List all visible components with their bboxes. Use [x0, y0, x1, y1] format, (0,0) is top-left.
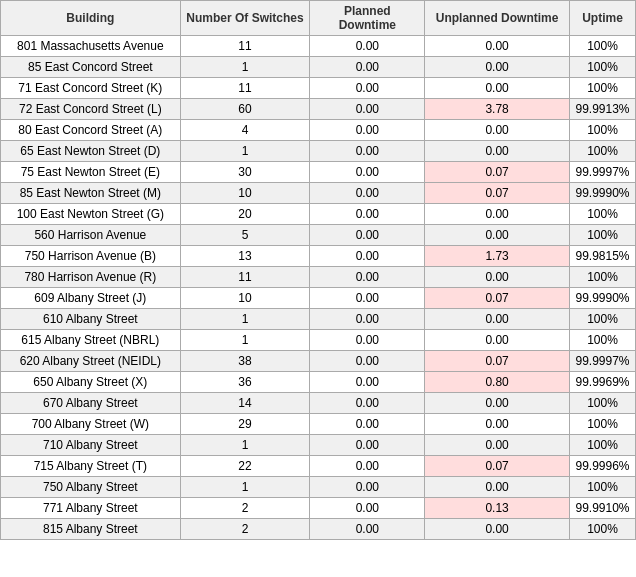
cell-switches: 1 — [180, 309, 310, 330]
cell-building: 85 East Newton Street (M) — [1, 183, 181, 204]
cell-building: 700 Albany Street (W) — [1, 414, 181, 435]
cell-uptime: 99.9913% — [569, 99, 635, 120]
table-row: 75 East Newton Street (E)300.000.0799.99… — [1, 162, 636, 183]
header-unplanned: Unplanned Downtime — [425, 1, 570, 36]
table-row: 815 Albany Street20.000.00100% — [1, 519, 636, 540]
cell-unplanned: 0.00 — [425, 309, 570, 330]
table-row: 100 East Newton Street (G)200.000.00100% — [1, 204, 636, 225]
cell-planned: 0.00 — [310, 456, 425, 477]
cell-switches: 1 — [180, 330, 310, 351]
cell-unplanned: 0.00 — [425, 477, 570, 498]
cell-uptime: 99.9815% — [569, 246, 635, 267]
cell-switches: 11 — [180, 78, 310, 99]
cell-unplanned: 0.00 — [425, 36, 570, 57]
cell-planned: 0.00 — [310, 330, 425, 351]
cell-building: 609 Albany Street (J) — [1, 288, 181, 309]
cell-building: 750 Harrison Avenue (B) — [1, 246, 181, 267]
cell-uptime: 100% — [569, 225, 635, 246]
cell-unplanned: 0.00 — [425, 141, 570, 162]
cell-switches: 10 — [180, 183, 310, 204]
cell-switches: 4 — [180, 120, 310, 141]
cell-building: 80 East Concord Street (A) — [1, 120, 181, 141]
cell-building: 670 Albany Street — [1, 393, 181, 414]
cell-uptime: 100% — [569, 204, 635, 225]
table-row: 710 Albany Street10.000.00100% — [1, 435, 636, 456]
cell-planned: 0.00 — [310, 246, 425, 267]
cell-building: 75 East Newton Street (E) — [1, 162, 181, 183]
cell-building: 71 East Concord Street (K) — [1, 78, 181, 99]
cell-unplanned: 0.07 — [425, 456, 570, 477]
table-row: 72 East Concord Street (L)600.003.7899.9… — [1, 99, 636, 120]
table-row: 780 Harrison Avenue (R)110.000.00100% — [1, 267, 636, 288]
cell-building: 85 East Concord Street — [1, 57, 181, 78]
table-row: 700 Albany Street (W)290.000.00100% — [1, 414, 636, 435]
cell-switches: 36 — [180, 372, 310, 393]
cell-unplanned: 0.00 — [425, 225, 570, 246]
cell-uptime: 100% — [569, 120, 635, 141]
cell-switches: 11 — [180, 36, 310, 57]
table-row: 620 Albany Street (NEIDL)380.000.0799.99… — [1, 351, 636, 372]
cell-building: 615 Albany Street (NBRL) — [1, 330, 181, 351]
cell-uptime: 100% — [569, 435, 635, 456]
cell-building: 620 Albany Street (NEIDL) — [1, 351, 181, 372]
cell-uptime: 100% — [569, 330, 635, 351]
cell-planned: 0.00 — [310, 78, 425, 99]
cell-planned: 0.00 — [310, 57, 425, 78]
cell-planned: 0.00 — [310, 393, 425, 414]
cell-uptime: 99.9997% — [569, 351, 635, 372]
cell-switches: 29 — [180, 414, 310, 435]
cell-unplanned: 0.00 — [425, 267, 570, 288]
cell-uptime: 100% — [569, 141, 635, 162]
cell-switches: 11 — [180, 267, 310, 288]
cell-building: 72 East Concord Street (L) — [1, 99, 181, 120]
table-row: 670 Albany Street140.000.00100% — [1, 393, 636, 414]
cell-switches: 1 — [180, 57, 310, 78]
cell-planned: 0.00 — [310, 351, 425, 372]
cell-planned: 0.00 — [310, 120, 425, 141]
cell-planned: 0.00 — [310, 414, 425, 435]
cell-unplanned: 0.00 — [425, 204, 570, 225]
cell-unplanned: 1.73 — [425, 246, 570, 267]
cell-uptime: 100% — [569, 414, 635, 435]
cell-building: 771 Albany Street — [1, 498, 181, 519]
cell-uptime: 100% — [569, 78, 635, 99]
cell-building: 780 Harrison Avenue (R) — [1, 267, 181, 288]
table-row: 750 Harrison Avenue (B)130.001.7399.9815… — [1, 246, 636, 267]
cell-building: 650 Albany Street (X) — [1, 372, 181, 393]
cell-building: 750 Albany Street — [1, 477, 181, 498]
cell-planned: 0.00 — [310, 477, 425, 498]
cell-switches: 10 — [180, 288, 310, 309]
cell-unplanned: 0.00 — [425, 414, 570, 435]
cell-planned: 0.00 — [310, 225, 425, 246]
header-uptime: Uptime — [569, 1, 635, 36]
cell-uptime: 100% — [569, 393, 635, 414]
cell-planned: 0.00 — [310, 183, 425, 204]
cell-planned: 0.00 — [310, 498, 425, 519]
cell-switches: 1 — [180, 477, 310, 498]
cell-unplanned: 0.13 — [425, 498, 570, 519]
table-row: 560 Harrison Avenue50.000.00100% — [1, 225, 636, 246]
cell-uptime: 100% — [569, 57, 635, 78]
cell-unplanned: 0.00 — [425, 120, 570, 141]
cell-uptime: 99.9990% — [569, 288, 635, 309]
table-row: 85 East Newton Street (M)100.000.0799.99… — [1, 183, 636, 204]
cell-unplanned: 0.80 — [425, 372, 570, 393]
uptime-table: Building Number Of Switches Planned Down… — [0, 0, 636, 540]
cell-planned: 0.00 — [310, 162, 425, 183]
cell-uptime: 100% — [569, 519, 635, 540]
table-row: 615 Albany Street (NBRL)10.000.00100% — [1, 330, 636, 351]
table-row: 609 Albany Street (J)100.000.0799.9990% — [1, 288, 636, 309]
cell-building: 610 Albany Street — [1, 309, 181, 330]
cell-planned: 0.00 — [310, 288, 425, 309]
cell-unplanned: 3.78 — [425, 99, 570, 120]
cell-planned: 0.00 — [310, 372, 425, 393]
cell-planned: 0.00 — [310, 267, 425, 288]
cell-uptime: 100% — [569, 36, 635, 57]
cell-uptime: 100% — [569, 477, 635, 498]
cell-unplanned: 0.07 — [425, 183, 570, 204]
cell-building: 710 Albany Street — [1, 435, 181, 456]
cell-planned: 0.00 — [310, 36, 425, 57]
cell-planned: 0.00 — [310, 141, 425, 162]
cell-unplanned: 0.07 — [425, 162, 570, 183]
table-row: 85 East Concord Street10.000.00100% — [1, 57, 636, 78]
